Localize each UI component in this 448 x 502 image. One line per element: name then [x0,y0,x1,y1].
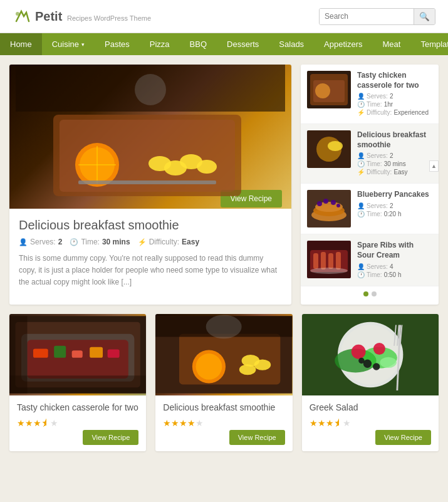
difficulty-label: Difficulty: [149,238,179,246]
sidebar-item-1[interactable]: Tasty chicken casserole for two 👤 Serves… [301,65,439,124]
time-value: 30 mins [102,238,130,246]
svg-point-17 [315,83,330,98]
clock-icon-s4: 🕐 [357,271,365,278]
card-2-view-recipe-button[interactable]: View Recipe [229,430,285,445]
nav-appetizers[interactable]: Appetizers [314,33,372,55]
card-3: Greek Salad ★★★⯨★ View Recipe [302,314,439,451]
svg-rect-31 [313,253,318,269]
nav-salads[interactable]: Salads [269,33,314,55]
person-icon-s1: 👤 [357,93,365,100]
card-1-body: Tasty chicken casserole for two ★★★⯨★ Vi… [9,395,146,451]
nav-pastes[interactable]: Pastes [95,33,140,55]
svg-rect-41 [54,345,66,357]
card-1-stars: ★★★⯨★ [17,418,138,428]
sidebar: Tasty chicken casserole for two 👤 Serves… [301,65,439,305]
sidebar-item-4-info: Spare Ribs with Sour Cream 👤 Serves: 4 🕐… [357,241,432,279]
svg-point-25 [317,201,322,206]
sidebar-thumb-1 [307,71,351,108]
sidebar-item-2-time: 🕐 Time: 30 mins [357,160,432,167]
sidebar-item-1-serves: 👤 Serves: 2 [357,93,432,100]
svg-rect-33 [328,253,333,269]
svg-point-55 [206,315,242,338]
time-label: Time: [81,238,100,246]
svg-rect-40 [33,348,48,357]
featured-body: View Recipe Delicious breakfast smoothie… [9,209,291,305]
sidebar-item-2[interactable]: Delicious breakfast smoothie 👤 Serves: 2… [301,124,439,184]
featured-title: Delicious breakfast smoothie [19,218,282,233]
sidebar-thumb-3 [307,190,351,227]
svg-point-0 [16,12,19,16]
sidebar-item-3-serves: 👤 Serves: 2 [357,202,432,209]
clock-icon-s1: 🕐 [357,101,365,108]
sidebar-item-3-title: Blueberry Pancakes [357,190,432,200]
clock-icon: 🕐 [70,238,78,246]
logo-icon [13,8,30,25]
featured-time: 🕐 Time: 30 mins [70,238,130,246]
nav-bbq[interactable]: BBQ [180,33,217,55]
nav-desserts[interactable]: Desserts [217,33,269,55]
sidebar-item-1-info: Tasty chicken casserole for two 👤 Serves… [357,71,432,117]
card-1-view-recipe-button[interactable]: View Recipe [83,430,138,445]
person-icon-s4: 👤 [357,263,365,270]
sidebar-item-1-time: 🕐 Time: 1hr [357,101,432,108]
featured-meta: 👤 Serves: 2 🕐 Time: 30 mins ⚡ Difficulty… [19,238,282,246]
sidebar-dot-1[interactable] [363,291,368,296]
card-3-image [302,314,439,395]
card-2-image [155,314,292,395]
card-3-body: Greek Salad ★★★⯨★ View Recipe [302,395,439,451]
nav-cuisine[interactable]: Cuisine ▾ [42,33,95,55]
nav-templates[interactable]: Templates ▾ [410,33,448,55]
svg-point-35 [310,268,348,274]
sidebar-item-4-time: 🕐 Time: 0:50 h [357,271,432,278]
card-3-view-recipe-button[interactable]: View Recipe [375,430,431,445]
nav-pizza[interactable]: Pizza [140,33,180,55]
sidebar-item-2-difficulty: ⚡ Difficulty: Easy [357,169,432,175]
card-grid: Tasty chicken casserole for two ★★★⯨★ Vi… [0,314,448,461]
card-2-stars: ★★★★★ [163,418,284,428]
svg-point-27 [331,200,336,205]
sidebar-item-1-title: Tasty chicken casserole for two [357,71,432,90]
cuisine-arrow-icon: ▾ [81,41,85,48]
sidebar-item-2-info: Delicious breakfast smoothie 👤 Serves: 2… [357,130,432,177]
svg-point-63 [363,359,371,367]
svg-point-65 [358,357,364,363]
svg-point-26 [323,199,328,204]
nav-meat[interactable]: Meat [373,33,411,55]
search-input[interactable] [320,9,414,24]
sidebar-dot-2[interactable] [372,291,377,296]
card-3-title: Greek Salad [310,402,431,413]
sidebar-item-3-info: Blueberry Pancakes 👤 Serves: 2 🕐 Time: 0… [357,190,432,219]
svg-rect-11 [78,180,216,184]
sidebar-scroll-button[interactable]: ▲ [429,160,439,172]
sidebar-item-3[interactable]: Blueberry Pancakes 👤 Serves: 2 🕐 Time: 0… [301,184,439,234]
svg-rect-34 [336,252,341,269]
search-button[interactable]: 🔍 [414,9,435,24]
logo-subtitle: Recipes WordPress Theme [67,14,151,22]
svg-rect-39 [27,340,128,379]
sidebar-item-3-time: 🕐 Time: 0:20 h [357,211,432,217]
svg-point-50 [196,353,222,380]
svg-point-61 [351,344,365,358]
logo: Petit Recipes WordPress Theme [13,8,151,25]
svg-point-28 [336,204,340,207]
featured-post: View Recipe Delicious breakfast smoothie… [9,65,291,305]
sidebar-thumb-2 [307,130,351,168]
difficulty-icon: ⚡ [138,238,147,246]
svg-point-66 [380,357,397,367]
clock-icon-s3: 🕐 [357,211,365,217]
clock-icon-s2: 🕐 [357,160,365,167]
card-2: Delicious breakfast smoothie ★★★★★ View … [155,314,292,451]
sidebar-item-4[interactable]: Spare Ribs with Sour Cream 👤 Serves: 4 🕐… [301,234,439,286]
card-2-title: Delicious breakfast smoothie [163,402,284,413]
main-content: View Recipe Delicious breakfast smoothie… [0,55,448,314]
sidebar-item-4-title: Spare Ribs with Sour Cream [357,241,432,260]
nav-home[interactable]: Home [0,33,42,55]
featured-serves: 👤 Serves: 2 [19,238,62,246]
sidebar-dots [301,286,439,301]
sidebar-thumb-4 [307,241,351,278]
person-icon-s3: 👤 [357,202,365,209]
svg-point-64 [373,363,380,370]
search-box[interactable]: 🔍 [319,8,435,25]
card-2-body: Delicious breakfast smoothie ★★★★★ View … [155,395,292,451]
difficulty-value: Easy [182,238,199,246]
